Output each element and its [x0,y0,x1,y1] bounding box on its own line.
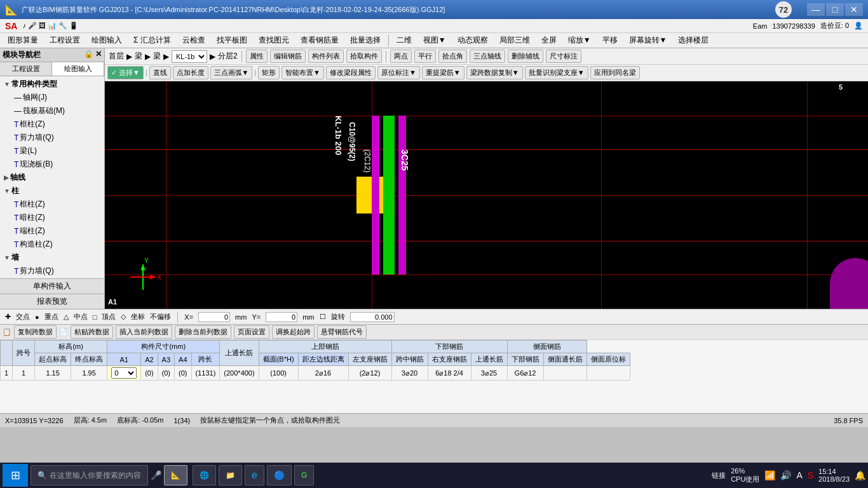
menu-item-settings[interactable]: 工程设置 [44,34,85,47]
dimension-button[interactable]: 尺寸标注 [546,50,581,63]
batch-identify-button[interactable]: 批量识别梁支座▼ [525,66,588,79]
tree-item-shear[interactable]: T 剪力墙(Q) [11,131,103,144]
tree-group-axis[interactable]: ▶ 轴线 [1,171,103,184]
app-explorer[interactable]: 📁 [219,465,242,485]
copy-span-button[interactable]: 梁跨数据复制▼ [466,66,523,79]
a1-select[interactable]: 0 [111,367,137,379]
snap-coord-label[interactable]: 坐标 [131,312,145,322]
menu-item-view[interactable]: 视图▼ [418,34,451,47]
tab-project-settings[interactable]: 工程设置 [0,62,52,76]
modify-beam-button[interactable]: 修改梁段属性 [326,66,376,79]
cell-start-elev[interactable]: 1.15 [35,366,71,381]
app-chrome[interactable]: 🔵 [267,465,292,485]
cell-side-long[interactable] [543,366,587,381]
menu-item-fullscreen[interactable]: 全屏 [536,34,562,47]
tree-item-col[interactable]: T 框柱(Z) [11,118,103,131]
cell-right-seat[interactable]: 6⌀18 2/4 [428,366,471,381]
rect-button[interactable]: 矩形 [258,66,280,79]
app-browser[interactable]: 🌐 [193,465,216,485]
menu-item-pan[interactable]: 平移 [597,34,623,47]
tree-item-shear-wall[interactable]: T 剪力墙(Q) [11,264,103,278]
delete-aux-button[interactable]: 删除辅线 [508,50,543,63]
snap-top-label[interactable]: 顶点 [102,312,116,322]
cell-top-long2[interactable]: 3⌀25 [471,366,507,381]
menu-item-local3d[interactable]: 局部三维 [494,34,535,47]
smart-layout-button[interactable]: 智能布置▼ [281,66,324,79]
app-ggj[interactable]: 📐 [164,465,187,485]
edit-rebar-button[interactable]: 编辑钢筋 [270,50,306,63]
page-settings-button[interactable]: 页面设置 [234,325,269,339]
tree-item-end-col[interactable]: T 端柱(Z) [11,224,103,238]
rotate-checkbox[interactable]: ☐ [320,313,326,321]
tree-item-frame-col[interactable]: T 框柱(Z) [11,198,103,211]
tree-group-common[interactable]: ▼ 常用构件类型 [1,78,103,91]
tree-item-axis[interactable]: — 轴网(J) [11,91,103,104]
menu-item-draw[interactable]: 绘图输入 [86,34,127,47]
cell-side-local[interactable] [587,366,630,381]
line-button[interactable]: 直线 [149,66,171,79]
cell-end-elev[interactable]: 1.95 [71,366,107,381]
name-select[interactable]: KL-1b [172,50,207,63]
search-bar[interactable]: 🔍 在这里输入你要搜索的内容 [31,465,148,485]
menu-item-dynamic[interactable]: 动态观察 [452,34,493,47]
copy-span-data-button[interactable]: 复制跨数据 [14,325,57,339]
tree-group-col[interactable]: ▼ 柱 [1,184,103,198]
menu-item-2d[interactable]: 二维 [391,34,417,47]
props-button[interactable]: 属性 [246,50,268,63]
menu-item-cloud[interactable]: 云检查 [177,34,210,47]
pick-component-button[interactable]: 拾取构件 [346,50,382,63]
pick-angle-button[interactable]: 拾点角 [438,50,467,63]
tree-item-slab[interactable]: T 现浇板(B) [11,158,103,171]
close-button[interactable]: ✕ [845,3,863,16]
single-input-button[interactable]: 单构件输入 [0,278,104,294]
tree-item-raft[interactable]: — 筏板基础(M) [11,104,103,118]
report-preview-button[interactable]: 报表预览 [0,294,104,309]
apply-same-name-button[interactable]: 应用到同名梁 [590,66,640,79]
app-glodon[interactable]: G [294,465,314,485]
menu-item-rotate[interactable]: 屏幕旋转▼ [624,34,672,47]
select-button[interactable]: ✓ 选择▼ [107,66,144,79]
cell-a1[interactable]: 0 [107,366,141,381]
menu-item-rebar[interactable]: 查看钢筋量 [295,34,344,47]
parallel-button[interactable]: 平行 [414,50,436,63]
component-list-button[interactable]: 构件列表 [308,50,344,63]
insert-current-col-button[interactable]: 插入当前列数据 [116,325,172,339]
menu-item-batch[interactable]: 批量选择 [345,34,386,47]
tree-item-hidden-col[interactable]: T 暗柱(Z) [11,211,103,224]
cell-bottom[interactable]: G6⌀12 [507,366,543,381]
tree-group-wall[interactable]: ▼ 墙 [1,251,103,264]
point-length-button[interactable]: 点加长度 [173,66,208,79]
three-point-axis-button[interactable]: 三点轴线 [470,50,505,63]
re-extract-button[interactable]: 重提梁筋▼ [422,66,465,79]
snap-cross-label[interactable]: 交点 [16,312,30,322]
minimize-button[interactable]: — [807,3,825,16]
menu-item-find[interactable]: 查找图元 [254,34,294,47]
snap-no-offset-label[interactable]: 不偏移 [150,312,171,322]
tab-draw-input[interactable]: 绘图输入 [52,62,104,76]
paste-span-data-button[interactable]: 粘贴跨数据 [71,325,113,339]
menu-item-floor[interactable]: 选择楼层 [673,34,714,47]
menu-item-zoom[interactable]: 缩放▼ [563,34,596,47]
app-edge[interactable]: e [245,465,264,485]
menu-item-calc[interactable]: 图形算量 [3,34,43,47]
menu-item-total[interactable]: Σ 汇总计算 [128,34,176,47]
delete-current-col-button[interactable]: 删除当前列数据 [175,325,231,339]
three-point-arc-button[interactable]: 三点画弧▼ [210,66,253,79]
grid-v3 [601,81,602,309]
y-input[interactable] [266,312,297,322]
rotate-input[interactable] [350,312,395,322]
two-point-button[interactable]: 两点 [390,50,412,63]
snap-heavy-label[interactable]: 重点 [44,312,58,322]
swap-start-span-button[interactable]: 调换起始跨 [272,325,315,339]
cantilever-rebar-code-button[interactable]: 悬臂钢筋代号 [317,325,367,339]
start-button[interactable]: ⊞ [3,464,28,487]
cell-top-long[interactable]: 2⌀16 [298,366,348,381]
in-situ-label-button[interactable]: 原位标注▼ [377,66,420,79]
tree-item-constr-col[interactable]: T 构造柱(Z) [11,238,103,251]
x-input[interactable] [198,312,230,322]
tree-item-beam[interactable]: T 梁(L) [11,144,103,158]
menu-item-levelboard[interactable]: 找平板图 [212,34,252,47]
cell-mid-rebar[interactable]: 3⌀20 [391,366,428,381]
maximize-button[interactable]: □ [826,3,844,16]
snap-mid-label[interactable]: 中点 [74,312,88,322]
